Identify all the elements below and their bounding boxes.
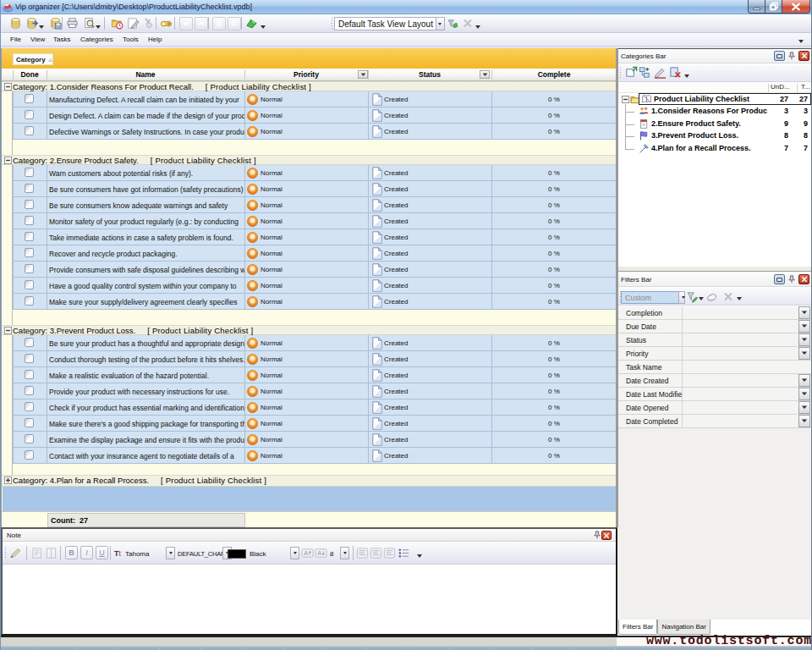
svg-text:A: A <box>317 549 321 557</box>
svg-text:A: A <box>304 549 308 557</box>
